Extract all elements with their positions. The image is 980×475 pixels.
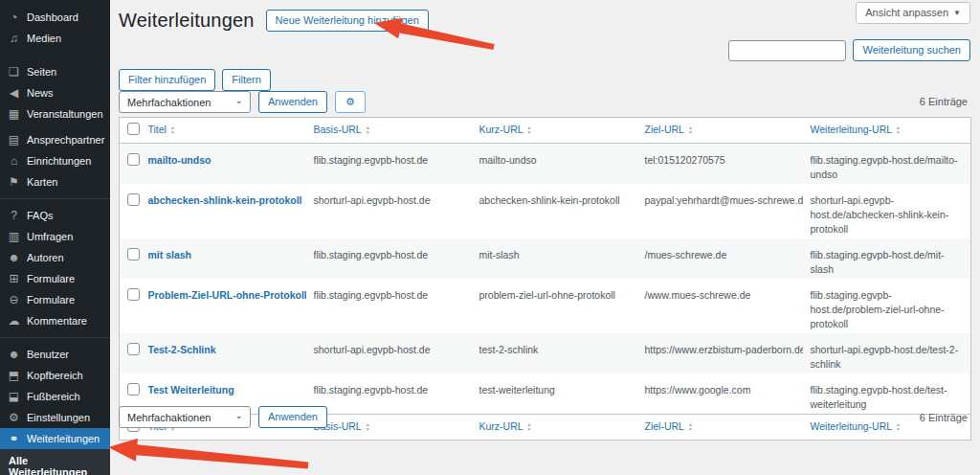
comments-icon: ☁ [8, 314, 20, 328]
row-weiterleitung-url: flib.staging.egvpb-host.de/problem-ziel-… [803, 279, 971, 333]
sidebar-item-benutzer[interactable]: ☻ Benutzer [0, 344, 110, 365]
add-redirect-button[interactable]: Neue Weiterleitung hinzufügen [266, 10, 429, 32]
sidebar-item-karten[interactable]: ⚑ Karten [0, 171, 110, 192]
row-kurz-url: problem-ziel-url-ohne-protokoll [472, 279, 637, 333]
column-sort-basis-url[interactable]: Basis-URL ▲▼ [314, 420, 464, 432]
column-sort-titel[interactable]: Titel ▲▼ [148, 124, 299, 135]
entries-count-bottom: 6 Einträge [920, 412, 968, 423]
search-button[interactable]: Weiterleitung suchen [853, 39, 970, 61]
bulk-actions-value: Mehrfachaktionen [127, 97, 211, 108]
search-input[interactable] [728, 40, 846, 61]
settings-gear-icon: ⚙ [8, 411, 20, 424]
help-icon: ? [8, 209, 20, 222]
header-layout-icon: ⬒ [8, 369, 20, 382]
row-ziel-url: paypal:yehrhardt@mues-schrewe.de [637, 184, 803, 238]
table-row: mailto-undso flib.staging.egvpb-host.de … [120, 144, 971, 185]
sort-icon: ▲▼ [896, 125, 901, 134]
sidebar-item-label: Benutzer [27, 348, 69, 361]
row-ziel-url: /mues-schrewe.de [637, 238, 803, 279]
sidebar-item-label: Veranstaltungen [27, 107, 103, 121]
screen-options-label: Ansicht anpassen [865, 8, 948, 18]
row-basis-url: shorturl-api.egvpb-host.de [306, 184, 472, 238]
sidebar-item-ansprechpartner[interactable]: ▤ Ansprechpartner [0, 129, 110, 150]
column-sort-weiterleitung-url[interactable]: Weiterleitung-URL ▲▼ [811, 124, 964, 135]
sidebar-item-einrichtungen[interactable]: ⌂ Einrichtungen [0, 150, 110, 171]
row-checkbox[interactable] [127, 153, 140, 166]
column-sort-ziel-url[interactable]: Ziel-URL ▲▼ [645, 420, 795, 432]
add-filter-button[interactable]: Filter hinzufügen [119, 69, 215, 91]
row-checkbox[interactable] [127, 193, 140, 206]
sidebar-item-news[interactable]: ◀ News [0, 82, 110, 103]
sidebar-item-medien[interactable]: ♫ Medien [0, 28, 110, 49]
row-checkbox[interactable] [127, 248, 140, 260]
row-title-link[interactable]: Test Weiterleitung [148, 384, 234, 396]
sidebar-item-einstellungen[interactable]: ⚙ Einstellungen [0, 407, 110, 428]
footer-layout-icon: ⬓ [8, 390, 20, 403]
sidebar-item-label: Dashboard [27, 11, 78, 24]
row-basis-url: flib.staging.egvpb-host.de [306, 238, 472, 279]
sidebar-item-veranstaltungen[interactable]: ▦ Veranstaltungen [0, 103, 110, 124]
link-chain-icon: ⚭ [8, 432, 20, 445]
sidebar-item-formulare-1[interactable]: ⊞ Formulare [0, 268, 110, 289]
row-weiterleitung-url: shorturl-api.egvpb-host.de/test-2-schlin… [803, 333, 971, 373]
table-row: abchecken-shlink-kein-protokoll shorturl… [120, 184, 971, 238]
row-checkbox[interactable] [127, 288, 140, 301]
sidebar-item-kommentare[interactable]: ☁ Kommentare [0, 310, 110, 331]
gear-button[interactable]: ⚙ [335, 91, 366, 113]
sidebar-item-fussbereich[interactable]: ⬓ Fußbereich [0, 386, 110, 407]
column-label: Kurz-URL [479, 124, 523, 135]
dashboard-icon: ◔ [8, 11, 20, 24]
sort-icon: ▲▼ [527, 125, 532, 134]
column-sort-kurz-url[interactable]: Kurz-URL ▲▼ [479, 420, 630, 432]
filter-button[interactable]: Filtern [222, 69, 271, 91]
sidebar-item-label: Kommentare [27, 314, 87, 328]
sidebar-item-faqs[interactable]: ? FAQs [0, 205, 110, 226]
table-header-row: Titel ▲▼ Basis-URL ▲▼ Kurz-URL ▲▼ Ziel-U… [120, 118, 971, 144]
column-label: Ziel-URL [645, 420, 684, 432]
sort-icon: ▲▼ [170, 125, 175, 134]
sidebar-item-label: Autoren [27, 251, 64, 264]
bulk-actions-select-bottom[interactable]: Mehrfachaktionen ⌄ [119, 406, 251, 428]
sidebar-item-label: Kopfbereich [27, 369, 83, 382]
forms-grid-icon: ⊞ [8, 272, 20, 285]
row-title-link[interactable]: Problem-Ziel-URL-ohne-Protokoll [148, 289, 306, 301]
sidebar-item-weiterleitungen[interactable]: ⚭ Weiterleitungen [0, 428, 110, 449]
sidebar-item-label: Einstellungen [27, 411, 90, 424]
sidebar-item-umfragen[interactable]: ▥ Umfragen [0, 226, 110, 247]
bulk-actions-select[interactable]: Mehrfachaktionen ⌄ [119, 91, 251, 113]
row-basis-url: shorturl-api.egvpb-host.de [306, 333, 472, 373]
users-icon: ☻ [8, 348, 20, 361]
column-sort-kurz-url[interactable]: Kurz-URL ▲▼ [479, 124, 630, 135]
sidebar-item-label: Formulare [27, 293, 75, 306]
main-content: Weiterleitungen Neue Weiterleitung hinzu… [110, 0, 980, 475]
sidebar-item-dashboard[interactable]: ◔ Dashboard [0, 7, 110, 28]
table-row: Test-2-Schlink shorturl-api.egvpb-host.d… [120, 333, 971, 373]
sidebar-item-autoren[interactable]: ☻ Autoren [0, 247, 110, 268]
row-weiterleitung-url: shorturl-api.egvpb-host.de/abchecken-shl… [803, 184, 971, 238]
store-icon: ⌂ [8, 154, 20, 168]
apply-button[interactable]: Anwenden [258, 91, 327, 113]
row-title-link[interactable]: mailto-undso [148, 154, 212, 166]
table-body: mailto-undso flib.staging.egvpb-host.de … [120, 144, 971, 415]
sidebar-item-kopfbereich[interactable]: ⬒ Kopfbereich [0, 365, 110, 386]
sidebar-subitem-alle-weiterleitungen[interactable]: Alle Weiterleitungen [0, 449, 110, 475]
select-all-checkbox[interactable] [127, 123, 140, 135]
row-basis-url: flib.staging.egvpb-host.de [306, 144, 472, 185]
sidebar-separator [0, 337, 110, 338]
column-sort-basis-url[interactable]: Basis-URL ▲▼ [314, 124, 464, 135]
sidebar-item-seiten[interactable]: ❏ Seiten [0, 61, 110, 82]
row-title-link[interactable]: Test-2-Schlink [148, 344, 216, 355]
sidebar-item-label: Formulare [27, 272, 75, 285]
row-checkbox[interactable] [127, 383, 140, 396]
row-title-link[interactable]: abchecken-shlink-kein-protokoll [148, 194, 302, 206]
screen-options-button[interactable]: Ansicht anpassen ▼ [856, 2, 970, 24]
apply-button-bottom[interactable]: Anwenden [258, 406, 327, 428]
sidebar-item-label: Ansprechpartner [27, 133, 104, 147]
column-label: Basis-URL [314, 124, 362, 135]
map-icon: ⚑ [8, 175, 20, 189]
row-checkbox[interactable] [127, 343, 140, 355]
row-title-link[interactable]: mit slash [148, 249, 192, 260]
media-icon: ♫ [8, 32, 20, 45]
column-sort-ziel-url[interactable]: Ziel-URL ▲▼ [645, 124, 795, 135]
sidebar-item-formulare-2[interactable]: ⊖ Formulare [0, 289, 110, 310]
